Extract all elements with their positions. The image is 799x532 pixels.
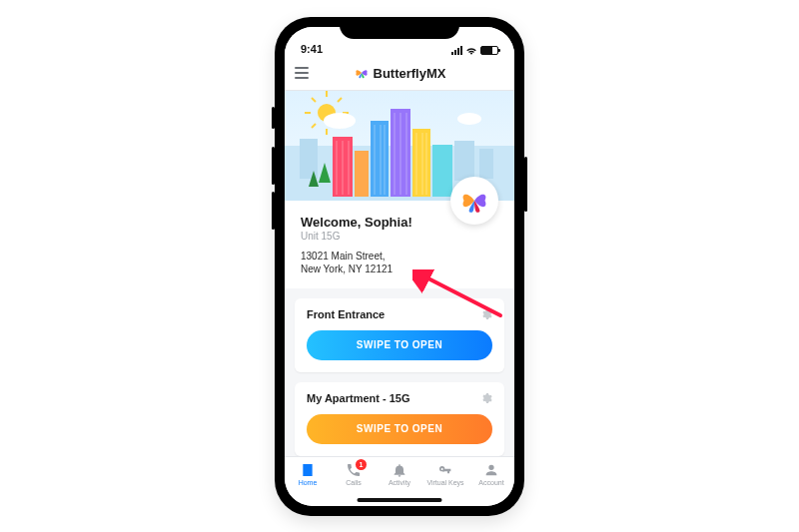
notch <box>340 17 459 39</box>
side-button-power <box>524 157 527 212</box>
svg-point-9 <box>324 113 356 129</box>
tab-account[interactable]: Account <box>468 457 514 486</box>
tab-label: Account <box>478 479 503 486</box>
tab-label: Activity <box>389 479 410 486</box>
svg-rect-15 <box>479 149 493 179</box>
butterfly-logo-icon <box>354 65 370 81</box>
home-indicator[interactable] <box>358 498 442 502</box>
door-title: My Apartment - 15G <box>307 392 410 404</box>
svg-line-6 <box>338 98 342 102</box>
svg-rect-14 <box>454 141 474 181</box>
key-icon <box>437 462 453 478</box>
tab-activity[interactable]: Activity <box>377 457 422 486</box>
tab-calls[interactable]: 1 Calls <box>331 457 377 486</box>
gear-icon <box>480 392 492 404</box>
avatar[interactable] <box>450 177 498 225</box>
swipe-to-open-button[interactable]: SWIPE TO OPEN <box>307 330 492 360</box>
svg-point-10 <box>457 113 481 125</box>
svg-line-5 <box>312 98 316 102</box>
tab-home[interactable]: Home <box>285 457 331 486</box>
brand-name: ButterflyMX <box>374 66 446 81</box>
side-button-vol-up <box>272 147 275 185</box>
swipe-to-open-button[interactable]: SWIPE TO OPEN <box>307 414 492 444</box>
swipe-label: SWIPE TO OPEN <box>357 423 442 434</box>
brand: ButterflyMX <box>354 65 446 81</box>
gear-icon <box>480 308 492 320</box>
content[interactable]: Front Entrance SWIPE TO OPEN My Apartmen… <box>285 288 514 456</box>
swipe-label: SWIPE TO OPEN <box>357 339 442 350</box>
status-time: 9:41 <box>301 43 323 55</box>
door-title: Front Entrance <box>307 308 385 320</box>
svg-rect-21 <box>432 145 452 197</box>
wifi-icon <box>465 46 477 55</box>
hero-banner <box>285 91 514 201</box>
phone-frame: 9:41 <box>275 17 524 516</box>
svg-rect-18 <box>371 121 389 197</box>
tab-label: Virtual Keys <box>426 479 463 486</box>
svg-rect-20 <box>412 129 430 197</box>
svg-rect-17 <box>355 151 369 197</box>
address-line-2: New York, NY 12121 <box>301 264 393 274</box>
account-icon <box>483 462 499 478</box>
tab-virtual-keys[interactable]: Virtual Keys <box>422 457 468 486</box>
screen: 9:41 <box>285 27 514 506</box>
svg-line-7 <box>312 124 316 128</box>
bell-icon <box>392 462 407 478</box>
side-button-vol-down <box>272 192 275 230</box>
welcome-unit: Unit 15G <box>301 231 498 242</box>
svg-rect-13 <box>300 139 318 179</box>
app-header: ButterflyMX <box>285 57 514 91</box>
door-card-front-entrance: Front Entrance SWIPE TO OPEN <box>295 298 504 372</box>
calls-badge: 1 <box>356 459 367 470</box>
tab-label: Home <box>299 479 318 486</box>
door-settings-button[interactable] <box>480 392 492 404</box>
door-card-my-apartment: My Apartment - 15G SWIPE TO OPEN <box>295 382 504 456</box>
side-button-silent <box>272 107 275 129</box>
cellular-icon <box>451 46 462 55</box>
building-icon <box>300 462 316 478</box>
tab-label: Calls <box>346 479 362 486</box>
address-line-1: 13021 Main Street, <box>301 251 386 262</box>
menu-button[interactable] <box>295 67 309 79</box>
butterfly-avatar-icon <box>460 187 488 215</box>
welcome-address: 13021 Main Street, New York, NY 12121 <box>301 250 498 276</box>
battery-icon <box>480 46 498 55</box>
door-settings-button[interactable] <box>480 308 492 320</box>
